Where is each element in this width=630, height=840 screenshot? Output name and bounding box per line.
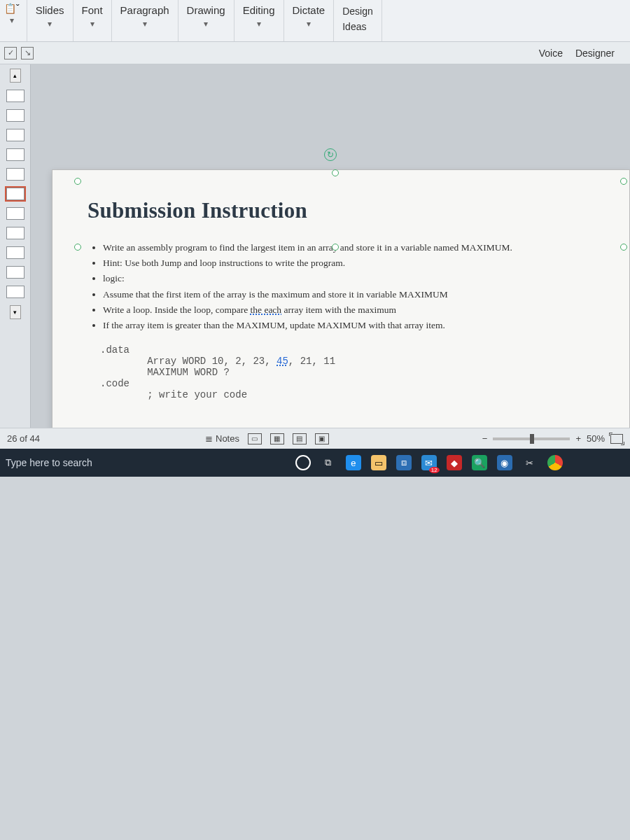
slide-title[interactable]: Submission Instruction <box>88 198 594 223</box>
scroll-down-icon[interactable]: ▾ <box>10 305 21 319</box>
ribbon-label: Slides <box>34 3 66 18</box>
designer-group-label: Designer <box>575 48 615 59</box>
task-view-icon[interactable]: ⧉ <box>321 455 336 470</box>
notes-button[interactable]: ≣ Notes <box>205 433 239 444</box>
chrome-icon[interactable] <box>547 455 563 470</box>
slide-thumbnail[interactable] <box>6 286 24 298</box>
voice-group-label: Voice <box>539 48 563 59</box>
file-explorer-icon[interactable]: ▭ <box>371 455 386 470</box>
mail-icon[interactable]: ✉12 <box>421 455 437 470</box>
mcafee-icon[interactable]: ◆ <box>447 455 462 470</box>
workspace: ▴ ▾ Submission Instruction Write an asse… <box>0 64 630 428</box>
selection-handle[interactable] <box>620 178 627 185</box>
edge-icon[interactable]: e <box>346 455 361 470</box>
zoom-level[interactable]: 50% <box>587 433 605 444</box>
slide-thumbnail[interactable] <box>6 90 24 102</box>
clipboard-icon[interactable]: 📋ˇ <box>4 3 20 14</box>
bullet-item: Write an assembly program to find the la… <box>103 241 594 254</box>
ribbon-group-editing[interactable]: Editing ▾ <box>234 0 284 41</box>
chevron-down-icon[interactable]: ▾ <box>143 19 147 29</box>
slide-thumbnail-selected[interactable] <box>6 188 24 200</box>
store-icon[interactable]: ⧈ <box>396 455 412 470</box>
zoom-out-button[interactable]: − <box>482 433 488 444</box>
ribbon: 📋ˇ ▾ Slides ▾ Font ▾ Paragraph ▾ Drawing… <box>0 0 630 42</box>
selection-handle[interactable] <box>332 244 339 251</box>
ribbon-group-paragraph[interactable]: Paragraph ▾ <box>112 0 178 41</box>
bullet-item: Assume that the first item of the array … <box>103 288 594 301</box>
selection-handle[interactable] <box>74 178 81 185</box>
rotate-handle-icon[interactable] <box>324 148 337 161</box>
slide-canvas[interactable]: Submission Instruction Write an assembly… <box>52 169 630 428</box>
ribbon-label: Drawing <box>186 3 227 18</box>
search-placeholder: Type here to search <box>6 457 92 468</box>
ribbon-group-design-ideas[interactable]: Design Ideas <box>334 0 382 41</box>
ribbon-label: Dictate <box>291 3 327 18</box>
zoom-slider-thumb[interactable] <box>530 434 534 444</box>
taskbar-search[interactable]: Type here to search <box>6 457 92 468</box>
slide-thumbnail[interactable] <box>6 109 24 122</box>
notes-icon: ≣ <box>205 433 213 444</box>
format-painter-icon[interactable]: ✓ <box>4 47 17 59</box>
slide-canvas-area[interactable]: Submission Instruction Write an assembly… <box>31 64 630 428</box>
selection-handle[interactable] <box>620 244 627 251</box>
windows-taskbar: Type here to search ⧉ e ▭ ⧈ ✉12 ◆ 🔍 ◉ ✂ <box>0 449 630 477</box>
reading-view-icon[interactable]: ▤ <box>293 433 307 444</box>
search-app-icon[interactable]: 🔍 <box>472 455 487 470</box>
ribbon-label: Font <box>80 3 104 18</box>
slide-counter: 26 of 44 <box>7 433 40 444</box>
slide-thumbnail[interactable] <box>6 227 24 239</box>
slide-thumbnail[interactable] <box>6 129 24 141</box>
chevron-down-icon[interactable]: ▾ <box>257 19 261 29</box>
normal-view-icon[interactable]: ▭ <box>248 433 262 444</box>
scroll-up-icon[interactable]: ▴ <box>10 69 21 83</box>
ribbon-label: Ideas <box>341 20 374 34</box>
chevron-down-icon[interactable]: ▾ <box>307 19 311 29</box>
slide-body[interactable]: Write an assembly program to find the la… <box>88 241 594 332</box>
slide-thumbnail[interactable] <box>6 266 24 279</box>
zoom-slider[interactable] <box>493 438 570 440</box>
chevron-down-icon[interactable]: ▾ <box>90 19 94 29</box>
ribbon-label: Editing <box>241 3 276 18</box>
cortana-icon[interactable] <box>295 455 311 470</box>
snip-icon[interactable]: ✂ <box>522 455 538 470</box>
selection-handle[interactable] <box>74 244 81 251</box>
slide-thumbnail[interactable] <box>6 207 24 220</box>
slideshow-icon[interactable]: ▣ <box>315 433 329 444</box>
chevron-down-icon[interactable]: ▾ <box>10 15 14 25</box>
notes-label: Notes <box>216 433 239 444</box>
grammar-error: 45 <box>276 356 288 367</box>
bullet-item: logic: <box>103 272 594 285</box>
camera-icon[interactable]: ◉ <box>497 455 512 470</box>
ribbon-group-drawing[interactable]: Drawing ▾ <box>178 0 234 41</box>
ribbon-label: Paragraph <box>119 3 171 18</box>
launcher-icon[interactable]: ↘ <box>21 47 34 59</box>
empty-area <box>0 477 630 840</box>
code-block: .data Array WORD 10, 2, 23, 45, 21, 11 M… <box>100 344 594 400</box>
grammar-error[interactable]: the each <box>251 304 282 315</box>
status-bar: 26 of 44 ≣ Notes ▭ ▦ ▤ ▣ − + 50% <box>0 428 630 449</box>
bullet-item: Write a loop. Inside the loop, compare t… <box>103 304 594 316</box>
fit-to-window-icon[interactable] <box>610 434 623 444</box>
chevron-down-icon[interactable]: ▾ <box>48 19 52 29</box>
ribbon-label: Design <box>341 4 374 18</box>
chevron-down-icon[interactable]: ▾ <box>204 19 208 29</box>
sub-ribbon: ✓ ↘ Voice Designer <box>0 42 630 64</box>
zoom-in-button[interactable]: + <box>575 433 581 444</box>
ribbon-group-dictate[interactable]: Dictate ▾ <box>284 0 335 41</box>
ribbon-group-slides[interactable]: Slides ▾ <box>27 0 74 41</box>
selection-handle[interactable] <box>332 169 339 176</box>
mail-badge: 12 <box>429 467 440 473</box>
slide-thumbnail[interactable] <box>6 246 24 259</box>
slide-thumbnail[interactable] <box>6 148 24 161</box>
bullet-item: If the array item is greater than the MA… <box>103 319 594 332</box>
slide-sorter-icon[interactable]: ▦ <box>270 433 284 444</box>
slide-thumbnail[interactable] <box>6 168 24 181</box>
ribbon-group-font[interactable]: Font ▾ <box>74 0 112 41</box>
bullet-item: Hint: Use both Jump and loop instruction… <box>103 257 594 270</box>
slide-thumbnails[interactable]: ▴ ▾ <box>0 64 31 428</box>
